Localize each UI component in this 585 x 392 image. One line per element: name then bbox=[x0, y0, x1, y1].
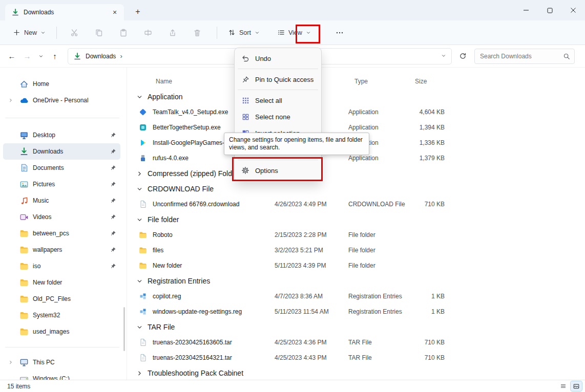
view-button[interactable]: View bbox=[273, 24, 316, 42]
file-row[interactable]: truenas-20230425163605.tar 4/25/2023 4:3… bbox=[135, 335, 585, 350]
column-header-type[interactable]: Type bbox=[348, 78, 415, 85]
group-header-tar[interactable]: TAR File bbox=[135, 319, 585, 335]
chevron-right-icon[interactable] bbox=[6, 98, 15, 103]
select-none-icon bbox=[241, 113, 249, 121]
chevron-right-icon bbox=[136, 370, 143, 377]
sidebar-item-this-pc[interactable]: This PC bbox=[3, 354, 120, 371]
tab-downloads[interactable]: Downloads × bbox=[5, 4, 124, 20]
sidebar-item-new-folder[interactable]: New folder bbox=[3, 274, 120, 291]
search-input[interactable] bbox=[480, 53, 563, 60]
sidebar-separator bbox=[0, 340, 127, 354]
videos-icon bbox=[19, 212, 29, 222]
see-more-button[interactable] bbox=[331, 24, 348, 42]
copy-button[interactable] bbox=[88, 24, 110, 42]
pictures-icon bbox=[19, 180, 29, 189]
sidebar-item-label: between_pcs bbox=[33, 230, 69, 237]
pin-icon bbox=[110, 181, 116, 187]
sidebar-item-label: Downloads bbox=[33, 148, 63, 155]
folder-icon bbox=[19, 278, 29, 287]
cut-button[interactable] bbox=[63, 24, 86, 42]
search-icon[interactable] bbox=[563, 53, 570, 60]
group-header-crdownload[interactable]: CRDOWNLOAD File bbox=[135, 181, 585, 197]
menu-item-undo[interactable]: Undo bbox=[237, 50, 319, 67]
pin-icon bbox=[110, 198, 116, 204]
address-dropdown-button[interactable] bbox=[441, 53, 446, 60]
view-toggles bbox=[557, 381, 582, 391]
sidebar-item-label: Windows (C:) bbox=[33, 375, 70, 380]
sidebar-item-windows-c[interactable]: Windows (C:) bbox=[3, 371, 120, 380]
sidebar-item-videos[interactable]: Videos bbox=[3, 209, 120, 225]
new-tab-button[interactable]: + bbox=[131, 5, 144, 18]
details-view-button[interactable] bbox=[557, 381, 569, 391]
file-row[interactable]: truenas-20230425164321.tar 4/25/2023 4:4… bbox=[135, 350, 585, 365]
sort-button[interactable]: Sort bbox=[223, 24, 264, 42]
sidebar-item-label: wallpapers bbox=[33, 246, 62, 253]
folder-icon bbox=[19, 327, 29, 336]
column-header-size[interactable]: Size bbox=[415, 78, 445, 85]
rename-button[interactable] bbox=[137, 24, 159, 42]
sidebar-item-iso[interactable]: iso bbox=[3, 258, 120, 274]
group-header-troubleshooting[interactable]: Troubleshooting Pack Cabinet bbox=[135, 365, 585, 380]
group-header-file-folder[interactable]: File folder bbox=[135, 212, 585, 227]
delete-button[interactable] bbox=[186, 24, 208, 42]
group-header-registration[interactable]: Registration Entries bbox=[135, 273, 585, 289]
chevron-down-icon bbox=[136, 186, 143, 192]
menu-item-select-all[interactable]: Select all bbox=[237, 92, 319, 108]
large-icons-view-button[interactable] bbox=[571, 381, 582, 391]
chevron-down-icon bbox=[136, 94, 143, 100]
sidebar-item-wallpapers[interactable]: wallpapers bbox=[3, 242, 120, 258]
menu-item-select-none[interactable]: Select none bbox=[237, 108, 319, 125]
sidebar-item-label: Music bbox=[33, 197, 49, 204]
minimize-button[interactable] bbox=[514, 0, 538, 20]
recent-locations-button[interactable] bbox=[35, 48, 47, 64]
group-header-application[interactable]: Application bbox=[135, 89, 585, 104]
sidebar-item-onedrive[interactable]: OneDrive - Personal bbox=[3, 92, 120, 108]
undo-icon bbox=[241, 54, 249, 62]
thumbnail-view-icon bbox=[573, 383, 580, 390]
share-button[interactable] bbox=[161, 24, 184, 42]
refresh-button[interactable] bbox=[455, 48, 470, 64]
sidebar-item-label: OneDrive - Personal bbox=[33, 97, 89, 104]
back-button[interactable]: ← bbox=[4, 48, 19, 64]
sidebar-item-desktop[interactable]: Desktop bbox=[3, 127, 120, 143]
paste-button[interactable] bbox=[112, 24, 135, 42]
file-row[interactable]: windows-update-reg-settings.reg 5/11/202… bbox=[135, 304, 585, 319]
sidebar-item-between-pcs[interactable]: between_pcs bbox=[3, 225, 120, 242]
file-row[interactable]: copilot.reg 4/7/2023 8:36 AM Registratio… bbox=[135, 289, 585, 304]
sidebar-item-label: Old_PC_Files bbox=[33, 295, 71, 302]
sidebar-item-used-images[interactable]: used_images bbox=[3, 323, 120, 340]
breadcrumb-item-downloads[interactable]: Downloads bbox=[86, 53, 116, 60]
sidebar-item-documents[interactable]: Documents bbox=[3, 160, 120, 176]
file-row[interactable]: Unconfirmed 66769.crdownload 4/26/2023 4… bbox=[135, 197, 585, 212]
up-button[interactable]: ↑ bbox=[47, 48, 62, 64]
sidebar-item-old-pc-files[interactable]: Old_PC_Files bbox=[3, 291, 120, 307]
new-button-label: New bbox=[24, 29, 37, 36]
pin-icon bbox=[110, 165, 116, 171]
chevron-right-icon[interactable]: › bbox=[120, 52, 122, 60]
sidebar-item-label: Documents bbox=[33, 164, 64, 171]
file-row[interactable]: New folder 5/11/2023 4:39 PM File folder bbox=[135, 258, 585, 273]
chevron-right-icon[interactable] bbox=[6, 360, 15, 365]
sidebar-item-label: Pictures bbox=[33, 181, 55, 188]
menu-item-pin-to-quick-access[interactable]: Pin to Quick access bbox=[237, 71, 319, 88]
maximize-button[interactable] bbox=[538, 0, 561, 20]
sidebar-scrollbar[interactable] bbox=[123, 307, 125, 351]
sidebar-item-system32[interactable]: System32 bbox=[3, 307, 120, 323]
sidebar-item-music[interactable]: Music bbox=[3, 192, 120, 209]
new-button[interactable]: New bbox=[8, 24, 50, 42]
sort-icon bbox=[228, 29, 236, 36]
file-icon bbox=[139, 338, 147, 346]
search-box[interactable] bbox=[474, 49, 575, 64]
folder-icon bbox=[19, 229, 29, 238]
file-row[interactable]: TeamTalk_v4.0_Setupd.exe Application 4,6… bbox=[135, 104, 585, 120]
menu-item-options[interactable]: Options bbox=[237, 162, 319, 179]
group-header-compressed[interactable]: Compressed (zipped) Fold bbox=[135, 166, 585, 181]
sidebar-item-downloads[interactable]: Downloads bbox=[3, 143, 120, 160]
file-row[interactable]: Roboto 2/15/2023 2:28 PM File folder bbox=[135, 227, 585, 243]
sidebar-item-pictures[interactable]: Pictures bbox=[3, 176, 120, 192]
forward-button[interactable]: → bbox=[19, 48, 35, 64]
sidebar-item-home[interactable]: Home bbox=[3, 76, 120, 92]
close-button[interactable] bbox=[561, 0, 585, 20]
file-row[interactable]: files 3/2/2023 5:21 PM File folder bbox=[135, 243, 585, 258]
tab-close-icon[interactable]: × bbox=[110, 7, 120, 17]
